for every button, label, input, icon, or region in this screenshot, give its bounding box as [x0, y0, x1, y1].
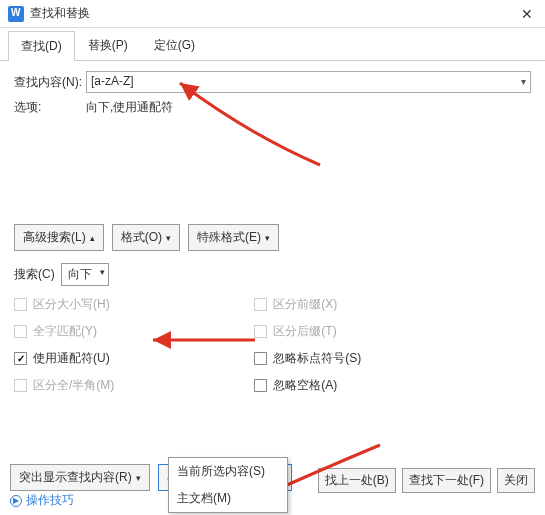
chevron-down-icon: ▾ [136, 473, 141, 483]
search-value: [a-zA-Z] [91, 74, 134, 88]
tab-find[interactable]: 查找(D) [8, 31, 75, 61]
options-label: 选项: [14, 99, 86, 116]
advanced-search-button[interactable]: 高级搜索(L)▴ [14, 224, 104, 251]
check-prefix: 区分前缀(X) [254, 296, 361, 313]
chevron-up-icon: ▴ [90, 233, 95, 243]
tab-replace[interactable]: 替换(P) [75, 30, 141, 60]
window-title: 查找和替换 [30, 5, 517, 22]
options-value: 向下,使用通配符 [86, 99, 173, 116]
checks-left: 区分大小写(H) 全字匹配(Y) 使用通配符(U) 区分全/半角(M) [14, 296, 114, 394]
highlight-button[interactable]: 突出显示查找内容(R)▾ [10, 464, 150, 491]
tab-bar: 查找(D) 替换(P) 定位(G) [0, 28, 545, 61]
chevron-down-icon[interactable]: ▾ [521, 76, 526, 87]
special-format-button[interactable]: 特殊格式(E)▾ [188, 224, 279, 251]
close-button[interactable]: 关闭 [497, 468, 535, 493]
scope-menu-maindoc[interactable]: 主文档(M) [169, 485, 287, 512]
format-button[interactable]: 格式(O)▾ [112, 224, 180, 251]
scope-menu: 当前所选内容(S) 主文档(M) [168, 457, 288, 513]
check-wholeword: 全字匹配(Y) [14, 323, 114, 340]
chevron-down-icon: ▾ [265, 233, 270, 243]
tab-goto[interactable]: 定位(G) [141, 30, 208, 60]
chevron-down-icon: ▾ [100, 267, 105, 277]
play-icon: ▶ [10, 495, 22, 507]
app-icon [8, 6, 24, 22]
search-input[interactable]: [a-zA-Z] ▾ [86, 71, 531, 93]
chevron-down-icon: ▾ [166, 233, 171, 243]
check-wildcard[interactable]: 使用通配符(U) [14, 350, 114, 367]
direction-label: 搜索(C) [14, 266, 55, 283]
check-case: 区分大小写(H) [14, 296, 114, 313]
check-width: 区分全/半角(M) [14, 377, 114, 394]
check-suffix: 区分后缀(T) [254, 323, 361, 340]
search-label: 查找内容(N): [14, 74, 86, 91]
close-icon[interactable]: ✕ [517, 6, 537, 22]
checks-right: 区分前缀(X) 区分后缀(T) 忽略标点符号(S) 忽略空格(A) [254, 296, 361, 394]
find-next-button[interactable]: 查找下一处(F) [402, 468, 491, 493]
direction-select[interactable]: 向下 ▾ [61, 263, 109, 286]
find-prev-button[interactable]: 找上一处(B) [318, 468, 396, 493]
scope-menu-selection[interactable]: 当前所选内容(S) [169, 458, 287, 485]
check-ignore-space[interactable]: 忽略空格(A) [254, 377, 361, 394]
check-ignore-punct[interactable]: 忽略标点符号(S) [254, 350, 361, 367]
tips-link[interactable]: ▶ 操作技巧 [10, 492, 74, 509]
